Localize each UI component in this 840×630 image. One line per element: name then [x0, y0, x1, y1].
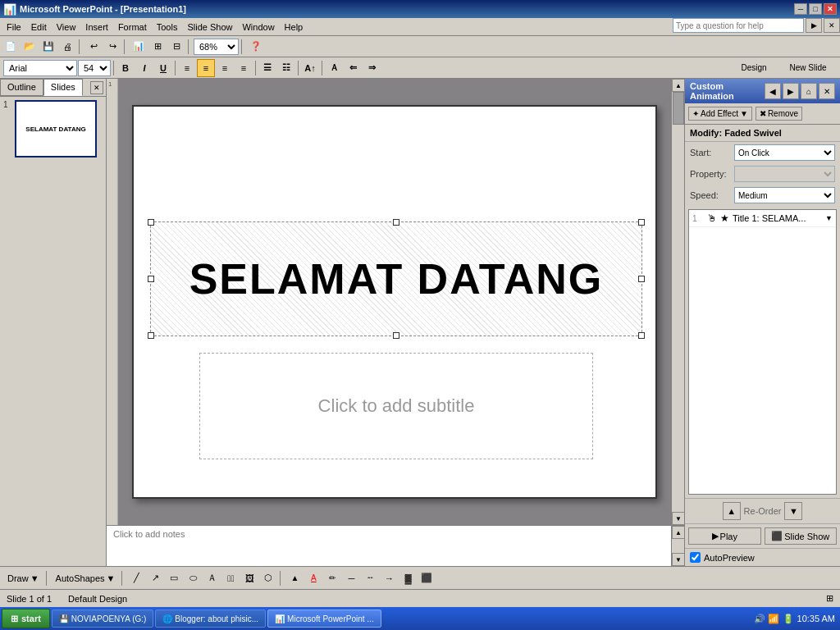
rect-tool[interactable]: ▭: [165, 569, 183, 587]
clipart-tool[interactable]: 🖼: [240, 569, 258, 587]
numbering-button[interactable]: ☷: [277, 59, 295, 77]
chart-button[interactable]: 📊: [130, 38, 148, 56]
menu-file[interactable]: File: [2, 21, 26, 34]
align-right-button[interactable]: ≡: [216, 59, 234, 77]
justify-button[interactable]: ≡: [235, 59, 253, 77]
handle-bl[interactable]: [148, 332, 154, 339]
scroll-thumb-v[interactable]: [673, 92, 684, 125]
menu-insert[interactable]: Insert: [80, 21, 113, 34]
bold-button[interactable]: B: [116, 59, 135, 77]
oval-tool[interactable]: ⬭: [184, 569, 202, 587]
fill-color-button[interactable]: ▲: [285, 569, 304, 587]
italic-button[interactable]: I: [135, 59, 153, 77]
diagram-tool[interactable]: ⬡: [259, 569, 277, 587]
anim-close-button[interactable]: ✕: [819, 83, 835, 99]
anim-home-button[interactable]: ⌂: [801, 83, 817, 99]
maximize-button[interactable]: □: [809, 3, 822, 15]
anim-item-dropdown[interactable]: ▼: [825, 214, 833, 222]
draw-menu-button[interactable]: Draw ▼: [3, 569, 43, 587]
notes-scroll-up[interactable]: ▲: [672, 526, 685, 539]
question-input[interactable]: [673, 18, 804, 33]
line-style-button[interactable]: ─: [342, 569, 360, 587]
text-tool[interactable]: Ａ: [203, 569, 221, 587]
undo-button[interactable]: ↩: [84, 38, 103, 56]
play-button[interactable]: ▶ Play: [688, 527, 761, 545]
arrow-style-button[interactable]: →: [380, 569, 398, 587]
taskbar-item-powerpoint[interactable]: 📊 Microsoft PowerPoint ...: [267, 609, 381, 628]
table-button[interactable]: ⊞: [148, 38, 167, 56]
new-slide-button[interactable]: New Slide: [779, 59, 837, 77]
anim-list-item-1[interactable]: 1 🖱 ★ Title 1: SELAMA... ▼: [689, 210, 836, 227]
bullets-button[interactable]: ☰: [258, 59, 276, 77]
taskbar-item-noviapoenya[interactable]: 💾 NOVIAPOENYA (G:): [52, 609, 154, 628]
panel-close-button[interactable]: ✕: [90, 81, 103, 94]
handle-tl[interactable]: [148, 219, 154, 226]
text-direction-button[interactable]: Ａ: [325, 59, 343, 77]
zoom-select[interactable]: 68% 50% 75% 100%: [194, 39, 239, 55]
dash-style-button[interactable]: ╌: [361, 569, 379, 587]
3d-style-button[interactable]: ⬛: [418, 569, 436, 587]
print-button[interactable]: 🖨: [58, 38, 76, 56]
handle-mr[interactable]: [638, 276, 645, 282]
wordart-tool[interactable]: Ａ̈: [221, 569, 240, 587]
tab-outline[interactable]: Outline: [0, 79, 43, 96]
new-button[interactable]: 📄: [2, 38, 20, 56]
align-left-button[interactable]: ≡: [178, 59, 196, 77]
handle-br[interactable]: [638, 332, 645, 339]
indent-decrease-button[interactable]: ⇐: [344, 59, 362, 77]
reorder-up-button[interactable]: ▲: [723, 502, 741, 520]
font-select[interactable]: Arial Times New Roman: [3, 60, 77, 76]
fontsize-select[interactable]: 54 24 36 48: [78, 60, 111, 76]
menu-window[interactable]: Window: [237, 21, 279, 34]
minimize-button[interactable]: ─: [794, 3, 807, 15]
auto-preview-checkbox[interactable]: [690, 552, 701, 563]
scroll-down-button[interactable]: ▼: [672, 512, 685, 525]
indent-increase-button[interactable]: ⇒: [363, 59, 381, 77]
question-go-button[interactable]: ▶: [806, 18, 822, 33]
tab-slides[interactable]: Slides: [43, 79, 83, 96]
start-button[interactable]: ⊞ start: [2, 609, 50, 628]
redo-button[interactable]: ↪: [103, 38, 121, 56]
notes-scroll-down[interactable]: ▼: [672, 553, 685, 566]
design-button[interactable]: Design: [729, 59, 778, 77]
font-color-button[interactable]: A: [304, 569, 322, 587]
taskbar-item-blogger[interactable]: 🌐 Blogger: about phisic...: [155, 609, 266, 628]
handle-tm[interactable]: [393, 219, 399, 226]
scroll-up-button[interactable]: ▲: [672, 79, 685, 92]
slide-show-button[interactable]: ⬛ Slide Show: [765, 527, 838, 545]
open-button[interactable]: 📂: [21, 38, 39, 56]
underline-button[interactable]: U: [154, 59, 172, 77]
title-placeholder[interactable]: SELAMAT DATANG: [150, 221, 642, 336]
menu-view[interactable]: View: [52, 21, 81, 34]
menu-tools[interactable]: Tools: [152, 21, 183, 34]
menu-help[interactable]: Help: [280, 21, 308, 34]
remove-button[interactable]: ✖ Remove: [756, 107, 802, 121]
menu-slideshow[interactable]: Slide Show: [182, 21, 237, 34]
subtitle-placeholder[interactable]: Click to add subtitle: [199, 353, 593, 459]
handle-bm[interactable]: [393, 332, 399, 339]
autoshapes-button[interactable]: AutoShapes ▼: [52, 569, 120, 587]
property-select[interactable]: [734, 166, 835, 182]
grid-button[interactable]: ⊟: [167, 38, 185, 56]
slide-thumbnail-1[interactable]: 1 SELAMAT DATANG: [3, 100, 103, 158]
line-tool[interactable]: ╱: [127, 569, 145, 587]
start-select[interactable]: On Click With Previous After Previous: [734, 144, 835, 161]
close-button[interactable]: ✕: [824, 3, 837, 15]
menu-edit[interactable]: Edit: [26, 21, 52, 34]
handle-ml[interactable]: [148, 276, 154, 282]
line-color-button[interactable]: ✏: [323, 569, 341, 587]
handle-tr[interactable]: [638, 219, 645, 226]
reorder-down-button[interactable]: ▼: [784, 502, 802, 520]
notes-textarea[interactable]: [107, 526, 671, 566]
shadow-style-button[interactable]: ▓: [399, 569, 417, 587]
add-effect-button[interactable]: ✦ Add Effect ▼: [688, 107, 752, 121]
question-close-button[interactable]: ✕: [824, 18, 840, 33]
arrow-tool[interactable]: ↗: [146, 569, 164, 587]
align-center-button[interactable]: ≡: [197, 59, 215, 77]
anim-forward-button[interactable]: ▶: [783, 83, 799, 99]
anim-back-button[interactable]: ◀: [765, 83, 781, 99]
menu-format[interactable]: Format: [113, 21, 152, 34]
save-button[interactable]: 💾: [39, 38, 57, 56]
font-size-increase[interactable]: A↑: [301, 59, 319, 77]
speed-select[interactable]: Medium Slow Fast Very Fast: [734, 187, 835, 203]
